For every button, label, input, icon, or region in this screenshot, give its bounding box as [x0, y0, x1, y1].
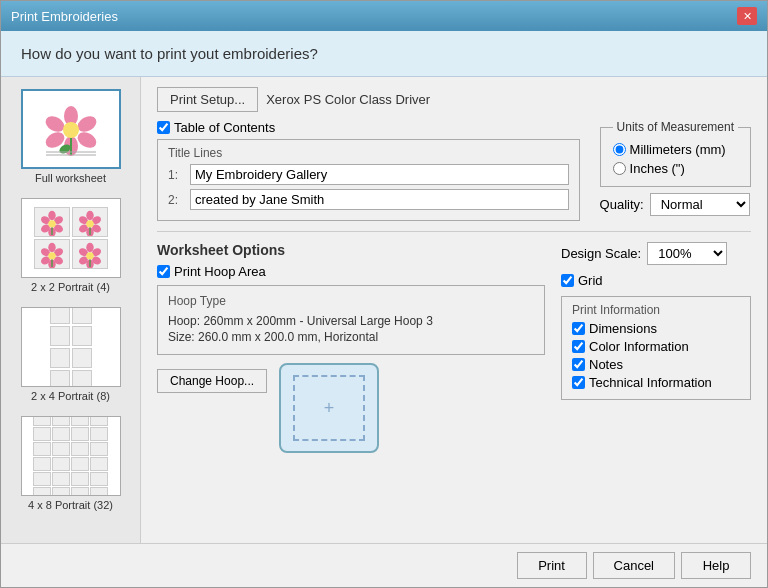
notes-row: Notes: [572, 357, 740, 372]
hoop-info-size: Size: 260.0 mm x 200.0 mm, Horizontal: [168, 330, 534, 344]
question-area: How do you want to print yout embroideri…: [1, 31, 767, 77]
window-title: Print Embroideries: [11, 9, 118, 24]
print-hoop-area-row: Print Hoop Area: [157, 264, 545, 279]
print-hoop-checkbox[interactable]: [157, 265, 170, 278]
worksheet-title: Worksheet Options: [157, 242, 545, 258]
right-options: Units of Measurement Millimeters (mm) In…: [600, 120, 751, 216]
worksheet-section: Worksheet Options Print Hoop Area Hoop T…: [157, 242, 751, 453]
svg-point-6: [63, 122, 79, 138]
hoop-inner: +: [293, 375, 365, 441]
svg-point-33: [48, 252, 55, 259]
grid-checkbox[interactable]: [561, 274, 574, 287]
sidebar-label-2x4: 2 x 4 Portrait (8): [31, 390, 110, 402]
color-info-row: Color Information: [572, 339, 740, 354]
title-line-2-input[interactable]: [190, 189, 569, 210]
print-hoop-label: Print Hoop Area: [174, 264, 266, 279]
svg-point-41: [86, 252, 93, 259]
units-legend: Units of Measurement: [613, 120, 738, 134]
svg-point-35: [86, 243, 93, 252]
bottom-bar: Print Cancel Help: [1, 543, 767, 587]
worksheet-left: Worksheet Options Print Hoop Area Hoop T…: [157, 242, 545, 453]
toc-label: Table of Contents: [174, 120, 275, 135]
driver-label: Xerox PS Color Class Driver: [266, 92, 430, 107]
sidebar-item-full-worksheet[interactable]: Full worksheet: [13, 85, 128, 188]
print-setup-button[interactable]: Print Setup...: [157, 87, 258, 112]
sidebar-label-2x2: 2 x 2 Portrait (4): [31, 281, 110, 293]
sidebar-label-4x8: 4 x 8 Portrait (32): [28, 499, 113, 511]
mm-label: Millimeters (mm): [630, 142, 726, 157]
svg-point-25: [86, 220, 93, 227]
print-info-box: Print Information Dimensions Color Infor…: [561, 296, 751, 400]
svg-point-19: [86, 211, 93, 220]
units-fieldset: Units of Measurement Millimeters (mm) In…: [600, 120, 751, 187]
grid-label: Grid: [578, 273, 603, 288]
mm-radio-row: Millimeters (mm): [613, 142, 738, 157]
inch-radio[interactable]: [613, 162, 626, 175]
quality-row: Quality: Normal Draft High: [600, 193, 751, 216]
title-line-2-row: 2:: [168, 189, 569, 210]
color-info-label: Color Information: [589, 339, 689, 354]
print-button[interactable]: Print: [517, 552, 587, 579]
hoop-type-title: Hoop Type: [168, 294, 534, 308]
change-hoop-button[interactable]: Change Hoop...: [157, 369, 267, 393]
hoop-type-box: Hoop Type Hoop: 260mm x 200mm - Universa…: [157, 285, 545, 355]
design-scale-label: Design Scale:: [561, 246, 641, 261]
sidebar-label-full-worksheet: Full worksheet: [35, 172, 106, 184]
title-line-2-label: 2:: [168, 193, 184, 207]
dimensions-row: Dimensions: [572, 321, 740, 336]
size-value: 260.0 mm x 200.0 mm, Horizontal: [198, 330, 378, 344]
divider: [157, 231, 751, 232]
inch-label: Inches ("): [630, 161, 685, 176]
options-row: Table of Contents Title Lines 1: 2:: [157, 120, 751, 221]
close-button[interactable]: ✕: [737, 7, 757, 25]
quality-select[interactable]: Normal Draft High: [650, 193, 750, 216]
inch-radio-row: Inches ("): [613, 161, 738, 176]
title-line-1-label: 1:: [168, 168, 184, 182]
thumbnail-2x4-portrait: [21, 307, 121, 387]
toc-row: Table of Contents: [157, 120, 580, 135]
hoop-info-hoop: Hoop: 260mm x 200mm - Universal Large Ho…: [168, 314, 534, 328]
tech-info-label: Technical Information: [589, 375, 712, 390]
notes-label: Notes: [589, 357, 623, 372]
right-panel: Print Setup... Xerox PS Color Class Driv…: [141, 77, 767, 543]
quality-label: Quality:: [600, 197, 644, 212]
hoop-label: Hoop:: [168, 314, 200, 328]
title-line-1-input[interactable]: [190, 164, 569, 185]
size-label: Size:: [168, 330, 195, 344]
sidebar-item-2x2-portrait[interactable]: 2 x 2 Portrait (4): [13, 194, 128, 297]
print-info-title: Print Information: [572, 303, 740, 317]
design-scale-select[interactable]: 100% 50% 75% 125% 150%: [647, 242, 727, 265]
grid-checkbox-row: Grid: [561, 273, 751, 288]
cancel-button[interactable]: Cancel: [593, 552, 675, 579]
sidebar-item-2x4-portrait[interactable]: 2 x 4 Portrait (8): [13, 303, 128, 406]
toc-checkbox[interactable]: [157, 121, 170, 134]
design-scale-row: Design Scale: 100% 50% 75% 125% 150%: [561, 242, 751, 265]
tech-info-row: Technical Information: [572, 375, 740, 390]
worksheet-right: Design Scale: 100% 50% 75% 125% 150% Gri…: [561, 242, 751, 453]
print-setup-row: Print Setup... Xerox PS Color Class Driv…: [157, 87, 751, 112]
title-bar: Print Embroideries ✕: [1, 1, 767, 31]
main-window: Print Embroideries ✕ How do you want to …: [0, 0, 768, 588]
dimensions-checkbox[interactable]: [572, 322, 585, 335]
tech-info-checkbox[interactable]: [572, 376, 585, 389]
sidebar-item-4x8-portrait[interactable]: 4 x 8 Portrait (32): [13, 412, 128, 515]
sidebar: Full worksheet: [1, 77, 141, 543]
thumbnail-2x2-portrait: [21, 198, 121, 278]
main-content: Full worksheet: [1, 77, 767, 543]
question-text: How do you want to print yout embroideri…: [21, 45, 318, 62]
svg-point-11: [48, 211, 55, 220]
notes-checkbox[interactable]: [572, 358, 585, 371]
help-button[interactable]: Help: [681, 552, 751, 579]
svg-point-17: [48, 220, 55, 227]
title-lines-box: Title Lines 1: 2:: [157, 139, 580, 221]
thumbnail-full-worksheet: [21, 89, 121, 169]
svg-point-27: [48, 243, 55, 252]
hoop-preview: +: [279, 363, 379, 453]
hoop-value: 260mm x 200mm - Universal Large Hoop 3: [203, 314, 432, 328]
dimensions-label: Dimensions: [589, 321, 657, 336]
mm-radio[interactable]: [613, 143, 626, 156]
thumbnail-4x8-portrait: [21, 416, 121, 496]
title-line-1-row: 1:: [168, 164, 569, 185]
title-lines-header: Title Lines: [168, 146, 569, 160]
color-info-checkbox[interactable]: [572, 340, 585, 353]
